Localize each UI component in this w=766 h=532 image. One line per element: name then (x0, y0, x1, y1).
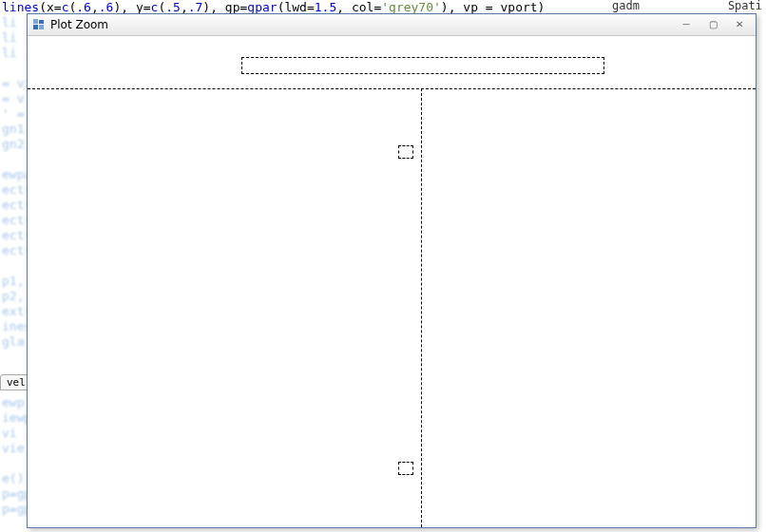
env-name: gadm (612, 0, 640, 12)
svg-rect-3 (39, 25, 44, 29)
plot-zoom-window: Plot Zoom ─ ▢ ✕ (27, 13, 756, 528)
close-icon: ✕ (736, 20, 743, 29)
outer-top-line (28, 88, 756, 89)
maximize-icon: ▢ (709, 20, 718, 29)
caption-rect (398, 145, 413, 159)
close-button[interactable]: ✕ (727, 17, 752, 32)
svg-rect-1 (39, 20, 44, 24)
panel-vsplit (421, 88, 422, 527)
app-icon (33, 19, 45, 30)
right-panel: gadm Spati (604, 0, 766, 13)
svg-rect-0 (33, 19, 38, 24)
svg-rect-2 (33, 25, 38, 29)
minimize-button[interactable]: ─ (674, 17, 699, 32)
window-title: Plot Zoom (50, 18, 672, 31)
minimize-icon: ─ (682, 20, 689, 29)
env-type: Spati (728, 0, 762, 12)
plot-canvas (28, 35, 756, 527)
maximize-button[interactable]: ▢ (700, 17, 725, 32)
xlab-rect (398, 462, 413, 475)
titlebar[interactable]: Plot Zoom ─ ▢ ✕ (28, 14, 756, 36)
title-rect (241, 57, 604, 74)
